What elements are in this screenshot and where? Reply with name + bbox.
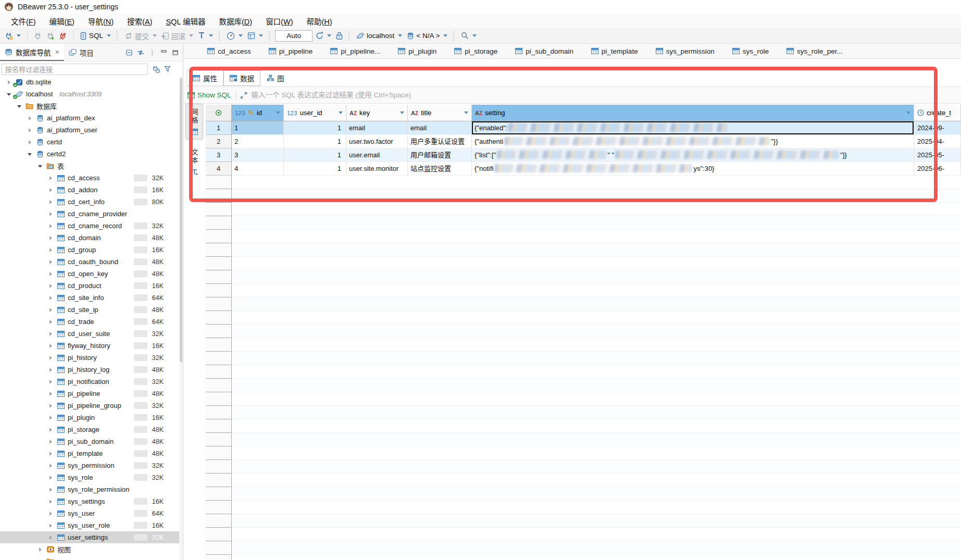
empty-grid-row[interactable] bbox=[206, 338, 961, 352]
empty-grid-row[interactable] bbox=[206, 406, 961, 419]
empty-grid-row[interactable] bbox=[206, 365, 961, 379]
presentation-tab-text[interactable]: 文本 bbox=[185, 144, 203, 180]
row-number-cell[interactable]: 4 bbox=[206, 162, 232, 176]
empty-grid-row[interactable] bbox=[206, 257, 961, 270]
column-header-create_t[interactable]: create_t bbox=[914, 105, 961, 121]
editor-tab-sys_role_per[interactable]: sys_role_per... bbox=[787, 47, 843, 55]
empty-grid-row[interactable] bbox=[206, 528, 961, 541]
tasks-button[interactable] bbox=[246, 31, 265, 41]
row-number-cell[interactable]: 3 bbox=[206, 148, 232, 162]
chevron-right-icon[interactable] bbox=[48, 200, 54, 205]
commit-button[interactable]: 提交 bbox=[123, 30, 158, 42]
row-number-cell[interactable] bbox=[206, 243, 232, 257]
tree-item-cd_trade[interactable]: cd_trade64K bbox=[0, 316, 179, 328]
column-dropdown-icon[interactable] bbox=[400, 111, 404, 114]
minimize-icon[interactable] bbox=[158, 44, 169, 61]
cell-user-id[interactable]: 1 bbox=[284, 135, 346, 148]
row-number-cell[interactable] bbox=[206, 514, 232, 528]
empty-grid-row[interactable] bbox=[206, 555, 961, 560]
chevron-right-icon[interactable] bbox=[48, 247, 54, 253]
editor-tab-pi_pipeline[interactable]: pi_pipeline... bbox=[330, 47, 380, 55]
tree-item-表[interactable]: 表 bbox=[0, 160, 179, 172]
cell-id[interactable]: 2 bbox=[232, 135, 284, 148]
row-number-cell[interactable] bbox=[206, 446, 232, 460]
row-number-cell[interactable] bbox=[206, 257, 232, 270]
tree-item-cd_cname_provider[interactable]: cd_cname_provider bbox=[0, 208, 179, 220]
cell-create-time[interactable]: 2025-06- bbox=[914, 162, 961, 176]
tree-item-cd_site_info[interactable]: cd_site_info64K bbox=[0, 292, 179, 304]
tree-item-pi_storage[interactable]: pi_storage48K bbox=[0, 424, 179, 435]
sidebar-scrollbar[interactable] bbox=[179, 76, 183, 560]
chevron-right-icon[interactable] bbox=[48, 427, 54, 432]
tree-item-pi_plugin[interactable]: pi_plugin16K bbox=[0, 412, 179, 424]
menu-item[interactable]: 文件(F) bbox=[4, 14, 43, 28]
row-number-cell[interactable] bbox=[206, 297, 232, 311]
empty-grid-row[interactable] bbox=[206, 325, 961, 338]
row-number-cell[interactable] bbox=[206, 433, 232, 446]
tree-item-partial[interactable] bbox=[0, 555, 179, 560]
tree-item-cd_oauth_bound[interactable]: cd_oauth_bound48K bbox=[0, 256, 179, 268]
chevron-right-icon[interactable] bbox=[38, 547, 43, 552]
tree-item-pi_notification[interactable]: pi_notification32K bbox=[0, 376, 179, 388]
presentation-tab-grid[interactable]: 网格 bbox=[185, 104, 203, 140]
row-number-cell[interactable]: 1 bbox=[206, 121, 232, 135]
commit-mode-select[interactable]: Auto bbox=[275, 30, 313, 42]
tree-item-dbsqlite[interactable]: db.sqlite bbox=[0, 76, 179, 88]
empty-grid-row[interactable] bbox=[206, 297, 961, 311]
tree-item-cd_domain[interactable]: cd_domain48K bbox=[0, 232, 179, 244]
tree-item-localhost[interactable]: localhostlocalhost:3309 bbox=[0, 88, 179, 100]
empty-grid-row[interactable] bbox=[206, 311, 961, 325]
show-sql-button[interactable]: Show SQL bbox=[188, 91, 231, 99]
tree-item-cd_product[interactable]: cd_product16K bbox=[0, 280, 179, 292]
editor-tab-sys_role[interactable]: sys_role bbox=[732, 47, 769, 55]
empty-grid-row[interactable] bbox=[206, 460, 961, 474]
empty-grid-row[interactable] bbox=[206, 501, 961, 514]
tree-item-cd_user_suite[interactable]: cd_user_suite32K bbox=[0, 328, 179, 340]
empty-grid-row[interactable] bbox=[206, 176, 961, 189]
tree-item-cd_open_key[interactable]: cd_open_key48K bbox=[0, 268, 179, 280]
link-with-editor-icon[interactable] bbox=[135, 44, 146, 61]
empty-grid-row[interactable] bbox=[206, 514, 961, 528]
empty-grid-row[interactable] bbox=[206, 474, 961, 487]
editor-tab-pi_plugin[interactable]: pi_plugin bbox=[398, 47, 436, 55]
editor-tab-pi_template[interactable]: pi_template bbox=[591, 47, 638, 55]
cell-create-time[interactable]: 2024-09- bbox=[914, 121, 961, 135]
editor-tab-cd_access[interactable]: cd_access bbox=[207, 47, 251, 55]
row-number-cell[interactable]: 2 bbox=[206, 135, 232, 148]
column-dropdown-icon[interactable] bbox=[464, 111, 468, 114]
column-dropdown-icon[interactable] bbox=[339, 111, 343, 114]
chevron-right-icon[interactable] bbox=[48, 379, 54, 384]
empty-grid-row[interactable] bbox=[206, 379, 961, 392]
menu-item[interactable]: 搜索(A) bbox=[120, 14, 159, 28]
lock-button[interactable] bbox=[334, 31, 344, 41]
cell-user-id[interactable]: 1 bbox=[284, 162, 346, 176]
cell-id[interactable]: 4 bbox=[232, 162, 284, 176]
menu-item[interactable]: 数据库(D) bbox=[212, 14, 259, 28]
empty-grid-row[interactable] bbox=[206, 270, 961, 284]
chevron-down-icon[interactable] bbox=[17, 104, 22, 109]
cell-title[interactable]: email bbox=[408, 121, 472, 135]
row-number-cell[interactable] bbox=[206, 270, 232, 284]
chevron-right-icon[interactable] bbox=[48, 307, 54, 313]
grid-row-3[interactable]: 331user.email用户邮箱设置{"list":["" ""]}2025-… bbox=[206, 148, 961, 162]
tree-item-sys_permission[interactable]: sys_permission32K bbox=[0, 459, 179, 471]
rollback-button[interactable]: 回滚 bbox=[160, 30, 195, 42]
tree-item-数据库[interactable]: 数据库 bbox=[0, 100, 179, 112]
tree-item-certd2[interactable]: certd2 bbox=[0, 148, 179, 160]
grid-row-2[interactable]: 221user.two.factor用户多重认证设置{"authenti"}}2… bbox=[206, 135, 961, 148]
tab-database-navigator[interactable]: 数据库导航 × bbox=[0, 44, 64, 61]
dashboard-button[interactable] bbox=[225, 31, 244, 41]
search-button[interactable] bbox=[459, 31, 478, 41]
cell-id[interactable]: 3 bbox=[232, 148, 284, 162]
tree-item-pi_pipeline[interactable]: pi_pipeline48K bbox=[0, 388, 179, 400]
empty-grid-row[interactable] bbox=[206, 487, 961, 501]
tree-item-cd_site_ip[interactable]: cd_site_ip48K bbox=[0, 304, 179, 316]
menu-item[interactable]: 编辑(E) bbox=[43, 14, 81, 28]
scrollbar-thumb[interactable] bbox=[180, 78, 182, 362]
row-number-cell[interactable] bbox=[206, 203, 232, 216]
tree-item-cd_access[interactable]: cd_access32K bbox=[0, 172, 179, 184]
tree-item-ai_platform_user[interactable]: ai_platform_user bbox=[0, 124, 179, 136]
tree-item-pi_sub_domain[interactable]: pi_sub_domain48K bbox=[0, 435, 179, 447]
tree-item-pi_template[interactable]: pi_template48K bbox=[0, 447, 179, 459]
row-number-cell[interactable] bbox=[206, 406, 232, 419]
